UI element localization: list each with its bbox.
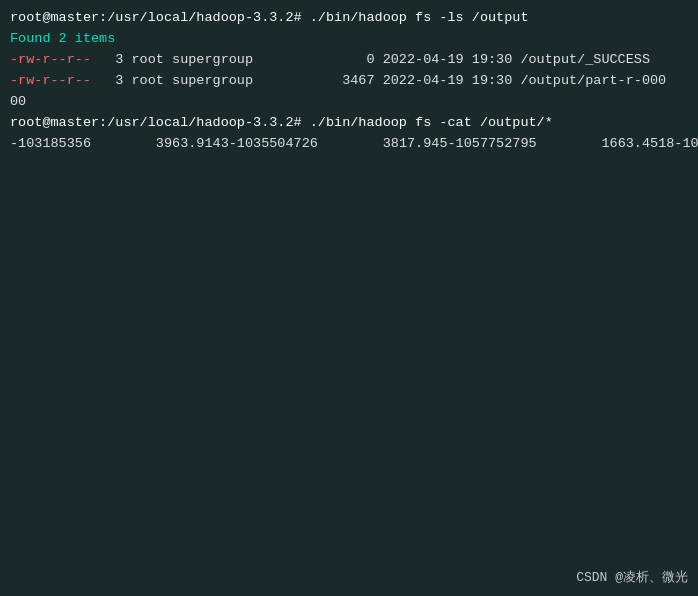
perm-text: -rw-r--r-- <box>10 52 91 67</box>
terminal-line-3: -rw-r--r-- 3 root supergroup 3467 2022-0… <box>10 71 688 113</box>
command-text: ./bin/hadoop fs -ls /output <box>310 10 529 25</box>
terminal-line-0: root@master:/usr/local/hadoop-3.3.2# ./b… <box>10 8 688 29</box>
terminal-line-4: root@master:/usr/local/hadoop-3.3.2# ./b… <box>10 113 688 134</box>
terminal-line-7: -1057752795 1663.4518 <box>448 136 675 151</box>
file-info-text: 3 root supergroup 3467 2022-04-19 19:30 … <box>10 73 666 109</box>
prompt-text: root@master:/usr/local/hadoop-3.3.2# <box>10 115 310 130</box>
terminal-line-5: -103185356 3963.9143 <box>10 136 229 151</box>
perm-text: -rw-r--r-- <box>10 73 91 88</box>
terminal-window: root@master:/usr/local/hadoop-3.3.2# ./b… <box>0 0 698 596</box>
terminal-line-1: Found 2 items <box>10 31 115 46</box>
terminal-line-8: -1095203990 1631.8673 <box>674 136 698 151</box>
file-info-text: 3 root supergroup 0 2022-04-19 19:30 /ou… <box>91 52 650 67</box>
terminal-line-2: -rw-r--r-- 3 root supergroup 0 2022-04-1… <box>10 50 688 71</box>
terminal-line-6: -1035504726 3817.945 <box>229 136 448 151</box>
watermark: CSDN @凌析、微光 <box>576 568 688 586</box>
prompt-text: root@master:/usr/local/hadoop-3.3.2# <box>10 10 310 25</box>
command-text: ./bin/hadoop fs -cat /output/* <box>310 115 553 130</box>
